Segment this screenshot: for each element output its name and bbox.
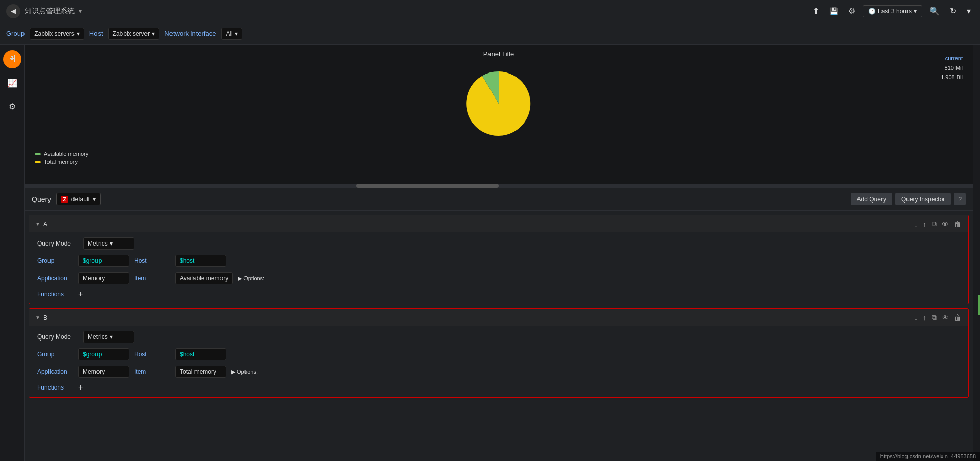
network-select[interactable]: All ▾ <box>221 28 242 40</box>
collapse-arrow-a[interactable]: ▼ <box>35 221 40 227</box>
host-label-b: Host <box>134 351 170 358</box>
application-label-b: Application <box>37 368 73 375</box>
add-function-button-a[interactable]: + <box>78 289 83 299</box>
right-strip <box>973 45 980 461</box>
query-mode-row-a: Query Mode Metrics ▾ <box>37 237 960 250</box>
host-chevron: ▾ <box>152 30 155 37</box>
settings-button[interactable]: ⚙ <box>845 4 859 18</box>
query-label: Query <box>32 195 51 203</box>
share-button[interactable]: ⬆ <box>810 4 822 18</box>
move-up-b[interactable]: ↑ <box>922 312 927 323</box>
add-function-button-b[interactable]: + <box>78 383 83 392</box>
group-host-row-a: Group $group Host $host <box>37 255 960 267</box>
query-mode-chevron-b: ▾ <box>110 333 113 341</box>
current-available: 810 Mil <box>941 63 963 72</box>
copy-b[interactable]: ⧉ <box>930 312 938 323</box>
query-fields-a: Query Mode Metrics ▾ Group $group Host $… <box>29 232 968 304</box>
host-value: Zabbix server <box>113 30 150 37</box>
copy-a[interactable]: ⧉ <box>930 219 938 229</box>
filter-bar: Group Zabbix servers ▾ Host Zabbix serve… <box>0 22 980 45</box>
query-inspector-button[interactable]: Query Inspector <box>895 193 951 205</box>
query-block-header-a: ▼ A ↓ ↑ ⧉ 👁 🗑 <box>29 215 968 232</box>
legend-dot-total <box>35 161 41 163</box>
search-button[interactable]: 🔍 <box>926 4 943 18</box>
delete-b[interactable]: 🗑 <box>953 312 962 323</box>
search-icon: 🔍 <box>929 6 940 16</box>
legend-label-available: Available memory <box>44 151 88 157</box>
query-fields-b: Query Mode Metrics ▾ Group $group Host $… <box>29 326 968 397</box>
scrollbar-thumb[interactable] <box>356 184 499 188</box>
query-mode-select-a[interactable]: Metrics ▾ <box>83 237 134 250</box>
application-item-row-a: Application Memory Item Available memory… <box>37 272 960 284</box>
time-selector[interactable]: 🕐 Last 3 hours ▾ <box>863 5 922 17</box>
options-button-a[interactable]: ▶ Options: <box>238 275 264 282</box>
query-mode-row-b: Query Mode Metrics ▾ <box>37 331 960 343</box>
gear-icon: ⚙ <box>9 102 16 111</box>
query-mode-label-b: Query Mode <box>37 333 78 341</box>
save-icon: 💾 <box>829 7 838 15</box>
toggle-visibility-a[interactable]: 👁 <box>941 219 950 229</box>
application-input-b[interactable]: Memory <box>78 366 129 378</box>
refresh-button[interactable]: ↻ <box>947 4 960 18</box>
group-input-a[interactable]: $group <box>78 255 129 267</box>
query-mode-value-a: Metrics <box>88 240 108 247</box>
move-down-b[interactable]: ↓ <box>913 312 919 323</box>
host-input-b[interactable]: $host <box>175 348 226 360</box>
query-mode-select-b[interactable]: Metrics ▾ <box>83 331 134 343</box>
legend-item-available: Available memory <box>35 151 88 157</box>
delete-a[interactable]: 🗑 <box>953 219 962 229</box>
sidebar-icon-chart[interactable]: 📈 <box>3 74 21 92</box>
pie-chart <box>463 68 534 141</box>
host-select[interactable]: Zabbix server ▾ <box>108 28 160 40</box>
application-label-a: Application <box>37 275 73 282</box>
group-value: Zabbix servers <box>34 30 75 37</box>
settings-icon: ⚙ <box>848 6 855 16</box>
item-input-b[interactable]: Total memory <box>175 366 226 378</box>
functions-label-a: Functions <box>37 290 73 298</box>
datasource-select[interactable]: Z default ▾ <box>56 193 101 205</box>
host-input-a[interactable]: $host <box>175 255 226 267</box>
legend-label-total: Total memory <box>44 159 78 165</box>
legend-item-total: Total memory <box>35 159 88 165</box>
query-mode-value-b: Metrics <box>88 333 108 341</box>
query-block-actions-a: ↓ ↑ ⧉ 👁 🗑 <box>913 219 962 229</box>
query-block-header-b: ▼ B ↓ ↑ ⧉ 👁 🗑 <box>29 309 968 326</box>
query-header-right: Add Query Query Inspector ? <box>851 193 966 205</box>
datasource-chevron: ▾ <box>93 196 96 203</box>
current-values: 810 Mil 1.908 Bil <box>941 63 963 82</box>
add-query-button[interactable]: Add Query <box>851 193 892 205</box>
item-label-a: Item <box>134 275 170 282</box>
datasource-icon: Z <box>61 196 68 203</box>
group-label: Group <box>6 30 24 37</box>
application-input-a[interactable]: Memory <box>78 272 129 284</box>
group-input-b[interactable]: $group <box>78 348 129 360</box>
clock-icon: 🕐 <box>868 8 876 15</box>
refresh-dropdown-icon: ▾ <box>967 6 971 16</box>
app-title: 知识点管理系统 <box>24 7 75 16</box>
database-icon: 🗄 <box>8 55 16 64</box>
group-select[interactable]: Zabbix servers ▾ <box>30 28 84 40</box>
host-label: Host <box>89 30 103 37</box>
sidebar-icon-gear[interactable]: ⚙ <box>3 97 21 115</box>
legend: Available memory Total memory <box>35 151 88 165</box>
help-button[interactable]: ? <box>954 193 966 205</box>
sidebar-icon-database[interactable]: 🗄 <box>3 50 21 68</box>
share-icon: ⬆ <box>813 6 819 16</box>
save-button[interactable]: 💾 <box>826 5 841 17</box>
move-up-a[interactable]: ↑ <box>922 219 927 229</box>
item-input-a[interactable]: Available memory <box>175 272 233 284</box>
refresh-dropdown-button[interactable]: ▾ <box>964 4 974 18</box>
back-button[interactable]: ◀ <box>6 4 20 18</box>
collapse-arrow-b[interactable]: ▼ <box>35 314 40 320</box>
move-down-a[interactable]: ↓ <box>913 219 919 229</box>
main-content: 🗄 📈 ⚙ Panel Title <box>0 45 980 461</box>
toggle-visibility-b[interactable]: 👁 <box>941 312 950 323</box>
legend-dot-available <box>35 153 41 155</box>
current-label: current <box>945 55 963 61</box>
app-title-chevron[interactable]: ▾ <box>79 8 82 15</box>
query-header: Query Z default ▾ Add Query Query Inspec… <box>24 188 973 211</box>
options-button-b[interactable]: ▶ Options: <box>231 369 258 375</box>
top-nav-right: ⬆ 💾 ⚙ 🕐 Last 3 hours ▾ 🔍 ↻ ▾ <box>810 4 974 18</box>
group-label-b: Group <box>37 351 73 358</box>
group-host-row-b: Group $group Host $host <box>37 348 960 360</box>
